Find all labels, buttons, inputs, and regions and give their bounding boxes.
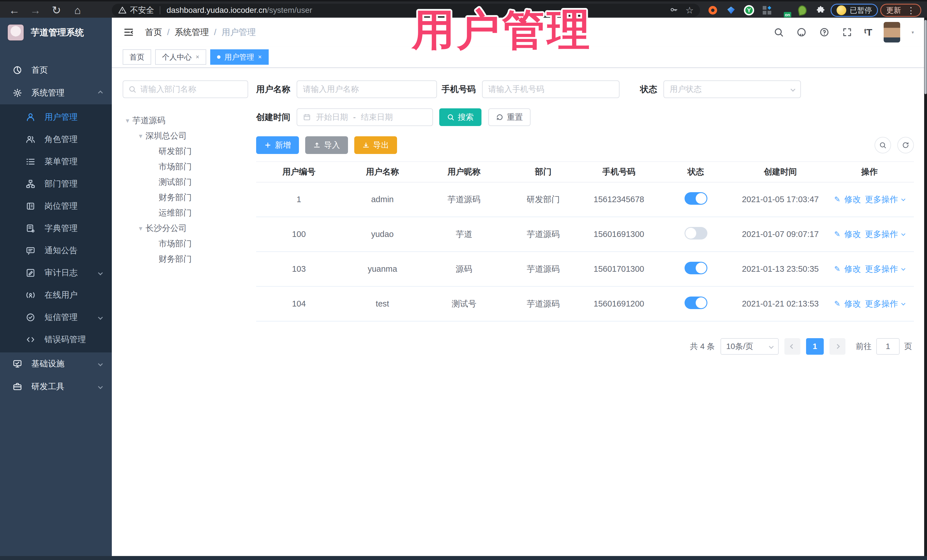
fullscreen-icon[interactable] — [842, 27, 853, 38]
caret-down-icon[interactable]: ▾ — [123, 117, 132, 124]
tree-node[interactable]: 市场部门 — [123, 236, 248, 252]
more-actions-link[interactable]: 更多操作 — [865, 298, 898, 310]
sidebar-item-notice[interactable]: 通知公告 — [0, 240, 112, 262]
breadcrumb-item[interactable]: 首页 — [145, 27, 162, 38]
sidebar-item-tools[interactable]: 研发工具 — [0, 375, 112, 398]
tree-node[interactable]: ▾长沙分公司 — [123, 221, 248, 236]
add-button[interactable]: 新增 — [256, 136, 299, 154]
extension-green-y-icon[interactable]: Y — [744, 5, 754, 15]
import-button[interactable]: 导入 — [305, 136, 348, 154]
export-button[interactable]: 导出 — [354, 136, 397, 154]
more-actions-link[interactable]: 更多操作 — [865, 229, 898, 240]
extension-blue-gem-icon[interactable] — [726, 5, 737, 16]
tree-node[interactable]: 研发部门 — [123, 144, 248, 159]
tree-node[interactable]: 财务部门 — [123, 252, 248, 267]
sidebar-item-system[interactable]: 系统管理 — [0, 82, 112, 104]
page-size-select[interactable]: 10条/页 — [720, 338, 779, 355]
sidebar-item-online[interactable]: 在线用户 — [0, 284, 112, 306]
font-size-icon[interactable]: ᵗT — [864, 27, 872, 38]
browser-profile-chip[interactable]: 已暂停 — [831, 4, 878, 17]
more-actions-link[interactable]: 更多操作 — [865, 264, 898, 275]
github-icon[interactable] — [796, 27, 807, 38]
extension-orange-ring-icon[interactable] — [707, 5, 718, 16]
prev-page-button[interactable] — [784, 338, 800, 355]
password-key-icon[interactable] — [669, 5, 678, 15]
tree-node[interactable]: ▾芋道源码 — [123, 113, 248, 128]
table-header-row: 用户编号用户名称用户昵称部门手机号码状态创建时间操作 — [256, 162, 914, 182]
status-toggle[interactable] — [685, 227, 707, 240]
tree-node[interactable]: 运维部门 — [123, 205, 248, 221]
goto-page-input[interactable] — [876, 338, 900, 355]
search-button[interactable]: 搜索 — [439, 108, 482, 126]
sidebar-item-home[interactable]: 首页 — [0, 59, 112, 82]
username-input[interactable] — [303, 85, 431, 94]
bookmark-star-icon[interactable]: ☆ — [685, 6, 694, 15]
tab-首页[interactable]: 首页 — [123, 49, 151, 65]
sidebar-item-sms[interactable]: 短信管理 — [0, 306, 112, 328]
tree-node-label: 测试部门 — [159, 176, 191, 188]
browser-reload-icon[interactable]: ↻ — [50, 4, 63, 17]
sidebar-item-dict[interactable]: 字典管理 — [0, 217, 112, 240]
status-toggle[interactable] — [685, 262, 707, 274]
next-page-button[interactable] — [830, 338, 845, 355]
reset-button[interactable]: 重置 — [488, 108, 530, 126]
current-page-button[interactable]: 1 — [806, 338, 824, 355]
tab-用户管理[interactable]: 用户管理× — [210, 49, 269, 65]
sidebar-item-audit[interactable]: 审计日志 — [0, 262, 112, 284]
tree-node[interactable]: 测试部门 — [123, 175, 248, 190]
caret-down-icon[interactable]: ▾ — [136, 132, 146, 140]
status-toggle[interactable] — [685, 296, 707, 309]
close-icon[interactable]: × — [258, 53, 262, 61]
extension-grid-icon[interactable] — [761, 5, 772, 16]
sidebar-item-dept[interactable]: 部门管理 — [0, 173, 112, 195]
browser-back-icon[interactable]: ← — [8, 4, 21, 17]
app-logo-row[interactable]: 芋道管理系统 — [0, 18, 112, 47]
security-label[interactable]: 不安全 — [130, 5, 154, 16]
toggle-search-button[interactable] — [874, 137, 891, 153]
browser-update-chip[interactable]: 更新 ⋮ — [880, 4, 921, 17]
more-actions-link[interactable]: 更多操作 — [865, 194, 898, 205]
address-bar[interactable]: 不安全 dashboard.yudao.iocoder.cn /system/u… — [112, 4, 700, 17]
collapse-sidebar-icon[interactable] — [123, 27, 135, 37]
sidebar-item-user[interactable]: 用户管理 — [0, 106, 112, 128]
close-icon[interactable]: × — [196, 53, 199, 61]
breadcrumb: 首页/系统管理/用户管理 — [145, 27, 256, 38]
help-icon[interactable] — [819, 27, 830, 38]
sidebar-item-menu[interactable]: 菜单管理 — [0, 150, 112, 173]
extensions-puzzle-icon[interactable] — [815, 5, 826, 16]
search-icon[interactable] — [773, 27, 784, 38]
sidebar-item-errcode[interactable]: 错误码管理 — [0, 328, 112, 351]
breadcrumb-separator: / — [167, 27, 169, 37]
url-host: dashboard.yudao.iocoder.cn — [167, 6, 267, 15]
mobile-input[interactable] — [488, 85, 613, 94]
edit-link[interactable]: 修改 — [844, 264, 861, 275]
tree-node[interactable]: ▾深圳总公司 — [123, 128, 248, 144]
edit-link[interactable]: 修改 — [844, 194, 861, 205]
date-range-picker[interactable]: 开始日期 - 结束日期 — [296, 108, 433, 126]
browser-menu-dots-icon[interactable]: ⋮ — [907, 5, 915, 15]
sidebar-item-role[interactable]: 角色管理 — [0, 128, 112, 150]
monitor-icon — [12, 359, 22, 369]
breadcrumb-item[interactable]: 系统管理 — [175, 27, 209, 38]
scrollbar-thumb[interactable] — [924, 20, 927, 94]
browser-home-icon[interactable]: ⌂ — [71, 4, 84, 17]
caret-down-icon[interactable]: ▾ — [136, 225, 146, 232]
sidebar-item-infra[interactable]: 基础设施 — [0, 352, 112, 375]
status-select[interactable]: 用户状态 — [663, 80, 801, 98]
edit-link[interactable]: 修改 — [844, 229, 861, 240]
user-avatar[interactable] — [884, 22, 900, 42]
avatar-caret-down-icon[interactable]: ▾ — [912, 30, 914, 35]
message-icon — [26, 246, 35, 255]
browser-forward-icon[interactable]: → — [29, 4, 42, 17]
refresh-table-button[interactable] — [897, 137, 914, 153]
dept-search-input[interactable] — [140, 85, 242, 94]
sidebar-item-post[interactable]: 岗位管理 — [0, 195, 112, 217]
extension-switch-on-icon[interactable]: on — [780, 6, 790, 15]
edit-link[interactable]: 修改 — [844, 298, 861, 310]
tab-个人中心[interactable]: 个人中心× — [155, 49, 206, 65]
status-label: 状态 — [640, 83, 657, 95]
extension-leaf-icon[interactable] — [797, 5, 808, 16]
status-toggle[interactable] — [685, 192, 707, 205]
tree-node[interactable]: 市场部门 — [123, 159, 248, 175]
tree-node[interactable]: 财务部门 — [123, 190, 248, 205]
